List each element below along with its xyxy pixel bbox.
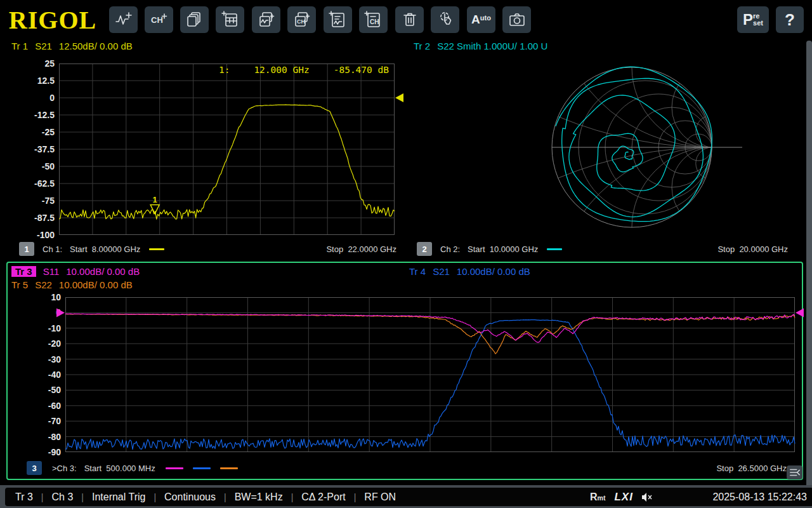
channel-setup-icon: CH [364, 10, 383, 29]
ch1-plot-area[interactable]: 1 [59, 64, 395, 235]
ch3-badge[interactable]: 3 [27, 461, 42, 475]
vna-screen: RIGOL CH [0, 0, 812, 508]
ch3-stop: Stop 26.5000 GHz [716, 464, 787, 473]
y-tick-label: 0 [49, 93, 55, 103]
status-items: Tr 3|Ch 3|Internal Trig|Continuous|BW=1 … [5, 488, 589, 506]
status-divider: | [41, 492, 44, 502]
status-item[interactable]: Internal Trig [92, 491, 145, 503]
delete-button[interactable] [395, 6, 424, 33]
status-item[interactable]: CΔ 2-Port [301, 491, 345, 503]
y-tick-label: -100 [37, 230, 55, 240]
ch2-badge[interactable]: 2 [417, 242, 432, 256]
ch2-label: Ch 2: [440, 244, 460, 254]
add-channel-icon: CH [150, 10, 169, 29]
lxi-indicator: LXI [614, 491, 632, 504]
y-tick-label: -50 [48, 385, 61, 395]
add-table-button[interactable] [216, 6, 244, 33]
status-item[interactable]: BW=1 kHz [235, 491, 283, 503]
auto-scale-button[interactable]: A uto [467, 6, 495, 33]
ch2-stop: Stop 20.0000 GHz [717, 244, 788, 254]
rigol-logo-text: RIGOL [9, 5, 96, 35]
ch3-start: Start 500.000 MHz [84, 464, 155, 473]
add-trace-button[interactable] [109, 6, 138, 33]
ch3-trace5-colorline [220, 467, 238, 469]
trace3-chip[interactable]: Tr 3 [11, 266, 36, 277]
touch-button[interactable] [431, 6, 459, 33]
trace-setup-icon [329, 10, 348, 29]
trace5-label[interactable]: Tr 5 S22 10.00dB/ 0.00 dB [11, 279, 133, 290]
ch1-start: Start 8.00000 GHz [70, 244, 140, 254]
y-tick-label: -12.5 [34, 110, 55, 120]
y-tick-label: 25 [44, 58, 55, 69]
rigol-logo: RIGOL [5, 4, 100, 35]
ch2-smith-plot-area[interactable] [527, 58, 740, 243]
y-tick-label: -20 [48, 338, 61, 349]
y-tick-label: -40 [48, 370, 61, 380]
ch1-y-axis: 2512.50-12.5-25-37.5-50-62.5-75-87.5-100 [18, 64, 55, 235]
add-channel-button[interactable]: CH [145, 6, 173, 33]
trace-setup-button[interactable] [324, 6, 352, 33]
y-tick-label: -60 [48, 400, 61, 410]
camera-icon [508, 10, 527, 29]
remote-indicator: R [590, 491, 598, 503]
status-divider: | [224, 492, 226, 502]
ch3-bar[interactable]: 3 >Ch 3: Start 500.000 MHz Stop 26.5000 … [27, 460, 787, 476]
status-item[interactable]: RF ON [364, 491, 396, 503]
channel-windows-icon: CH [292, 10, 311, 29]
preset-button[interactable]: P re set [737, 6, 769, 33]
ch1-badge[interactable]: 1 [19, 242, 34, 256]
trace4-label[interactable]: Tr 4 S21 10.00dB/ 0.00 dB [409, 266, 530, 277]
ch1-stop: Stop 22.0000 GHz [326, 244, 396, 254]
window-layout-button[interactable] [180, 6, 209, 33]
y-tick-label: -37.5 [34, 144, 55, 154]
status-item[interactable]: Tr 3 [15, 491, 33, 503]
channel-setup-button[interactable]: CH [359, 6, 388, 33]
y-tick-label: -70 [48, 416, 61, 426]
trace-windows-button[interactable] [252, 6, 280, 33]
trace1-label[interactable]: Tr 1 S21 12.50dB/ 0.00 dB [11, 41, 133, 51]
channel-windows-button[interactable]: CH [287, 6, 316, 33]
y-tick-label: -62.5 [34, 178, 55, 189]
marker-readout: 1: 12.000 GHz -85.470 dB [59, 65, 394, 75]
status-item[interactable]: Continuous [164, 491, 216, 503]
trace2-label[interactable]: Tr 2 S22 Smith 1.000U/ 1.00 U [414, 41, 547, 51]
right-edge-handle[interactable] [806, 41, 812, 490]
auto-icon: A [471, 13, 480, 27]
collapse-menu-button[interactable] [787, 465, 802, 479]
ch2-trace-colorline [547, 248, 562, 250]
datetime: 2025-08-13 15:22:43 [712, 491, 812, 503]
ch1-bar[interactable]: 1 Ch 1: Start 8.00000 GHz Stop 22.0000 G… [19, 241, 396, 257]
trace-windows-icon [257, 10, 276, 29]
top-toolbar: RIGOL CH [0, 0, 812, 39]
remote-status-group: R mt LXI 2025-08-13 15:22:43 [584, 488, 812, 506]
trace3-label[interactable]: Tr 3 S11 10.00dB/ 0.00 dB [11, 266, 140, 277]
ch3-plot-area[interactable] [65, 297, 795, 452]
y-tick-label: -30 [48, 354, 61, 364]
screenshot-button[interactable] [502, 6, 531, 33]
help-icon: ? [785, 10, 795, 30]
y-tick-label: -10 [48, 323, 61, 333]
svg-text:1: 1 [153, 195, 157, 204]
ch3-y-axis: 100-10-20-30-40-50-60-70-80-90 [25, 297, 61, 452]
collapse-menu-icon [789, 467, 801, 478]
ch1-label: Ch 1: [43, 244, 62, 254]
y-tick-label: -90 [48, 447, 61, 457]
speaker-muted-icon[interactable] [641, 492, 653, 502]
ch1-trace-colorline [149, 248, 164, 250]
ch2-bar[interactable]: 2 Ch 2: Start 10.0000 GHz Stop 20.0000 G… [417, 241, 788, 257]
y-tick-label: -80 [48, 431, 61, 441]
stacked-windows-icon [185, 10, 204, 29]
add-table-icon [221, 10, 240, 29]
status-divider: | [154, 492, 156, 502]
ch3-trace4-colorline [193, 467, 211, 469]
y-tick-label: -50 [42, 161, 55, 171]
svg-text:CH: CH [151, 15, 163, 25]
status-divider: | [81, 492, 84, 502]
status-item[interactable]: Ch 3 [52, 491, 74, 503]
svg-text:CH: CH [297, 18, 305, 25]
trash-icon [400, 10, 419, 29]
svg-text:CH: CH [370, 18, 379, 25]
y-tick-label: -25 [42, 127, 55, 137]
help-button[interactable]: ? [776, 6, 804, 33]
y-tick-label: 10 [51, 292, 61, 302]
